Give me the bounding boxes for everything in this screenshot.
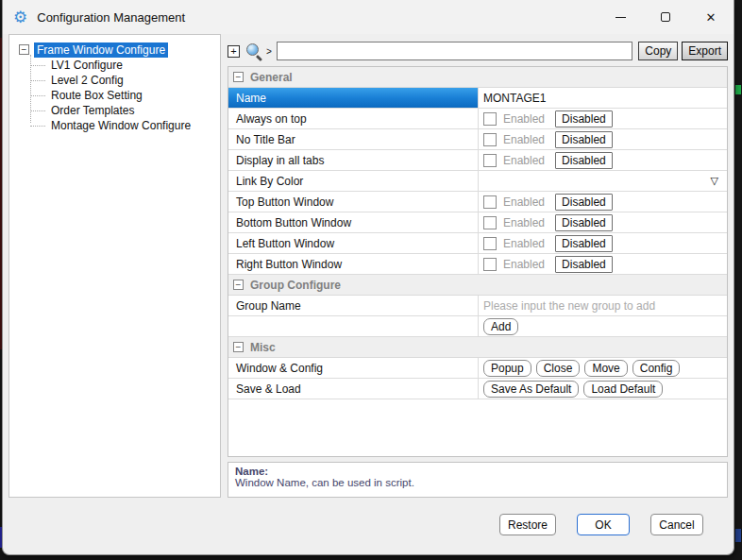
property-label-bottom-button-window[interactable]: Bottom Button Window — [228, 212, 478, 232]
tree-collapse-icon[interactable]: − — [19, 44, 29, 55]
display-in-all-tabs-enabled-checkbox[interactable] — [483, 154, 497, 167]
copy-button[interactable]: Copy — [638, 42, 678, 60]
add-button[interactable]: Add — [483, 318, 518, 335]
property-value-bottom-button-window: EnabledDisabled — [478, 212, 727, 232]
property-label-save-load[interactable]: Save & Load — [228, 379, 478, 399]
restore-button[interactable]: Restore — [499, 514, 556, 535]
name-value: MONTAGE1 — [483, 92, 546, 105]
link-by-color-dropdown-icon[interactable]: ▽ — [711, 176, 718, 186]
expand-all-icon[interactable]: + — [228, 45, 240, 58]
maximize-button[interactable] — [643, 0, 688, 34]
search-icon[interactable] — [245, 42, 263, 60]
window-controls: ✕ — [598, 0, 734, 34]
property-value-left-button-window: EnabledDisabled — [478, 233, 727, 253]
property-label-left-button-window[interactable]: Left Button Window — [228, 233, 478, 253]
tree-item-route-box-setting[interactable]: Route Box Setting — [48, 88, 145, 103]
tree-root-row: −Frame Window Configure — [19, 42, 220, 58]
config-tree: −Frame Window ConfigureLV1 ConfigureLeve… — [8, 34, 221, 498]
property-row-right-button-window: Right Button WindowEnabledDisabled — [228, 254, 727, 275]
section-collapse-icon[interactable]: − — [233, 342, 244, 352]
tree-item-frame-window-configure[interactable]: Frame Window Configure — [34, 42, 168, 58]
load-default-button[interactable]: Load Default — [583, 381, 663, 398]
property-value-save-load: Save As DefaultLoad Default — [478, 379, 727, 399]
maximize-icon — [661, 12, 670, 22]
config-button[interactable]: Config — [632, 360, 681, 377]
property-label-window-config[interactable]: Window & Config — [228, 358, 478, 378]
tree-item-lv1-configure[interactable]: LV1 Configure — [48, 58, 126, 73]
right-button-window-disabled-button[interactable]: Disabled — [555, 256, 613, 273]
title-bar[interactable]: ⚙ Configuration Management ✕ — [3, 0, 734, 34]
move-button[interactable]: Move — [584, 360, 627, 377]
help-panel: Name: Window Name, can be used in script… — [228, 462, 728, 498]
bottom-button-window-enabled-checkbox[interactable] — [483, 216, 497, 229]
search-input[interactable] — [277, 42, 632, 60]
property-label-no-title-bar[interactable]: No Title Bar — [228, 129, 478, 149]
property-label-blank[interactable] — [228, 316, 478, 336]
tree-item-montage-window-configure[interactable]: Montage Window Configure — [48, 118, 194, 133]
search-toolbar: + > Copy Export — [228, 41, 728, 61]
close-button[interactable]: ✕ — [688, 0, 734, 34]
always-on-top-enabled-checkbox[interactable] — [483, 112, 497, 126]
tree-item-row: Montage Window Configure — [30, 118, 220, 133]
property-value-no-title-bar: EnabledDisabled — [478, 129, 727, 149]
bottom-button-window-disabled-button[interactable]: Disabled — [555, 214, 613, 231]
tree-item-level-2-config[interactable]: Level 2 Config — [48, 73, 126, 88]
top-button-window-enabled-label: Enabled — [503, 195, 545, 209]
section-title-misc: Misc — [250, 341, 276, 354]
tree-guide-line — [30, 110, 45, 111]
ok-button[interactable]: OK — [577, 514, 630, 535]
always-on-top-disabled-button[interactable]: Disabled — [555, 110, 613, 127]
property-value-top-button-window: EnabledDisabled — [478, 192, 727, 212]
property-grid: −GeneralNameMONTAGE1Always on topEnabled… — [228, 66, 728, 457]
right-button-window-enabled-checkbox[interactable] — [483, 258, 497, 271]
property-panel: + > Copy Export −GeneralNameMONTAGE1Alwa… — [228, 34, 728, 498]
export-button[interactable]: Export — [682, 42, 728, 60]
section-collapse-icon[interactable]: − — [233, 280, 244, 290]
tree-item-row: LV1 Configure — [30, 58, 220, 73]
property-label-display-in-all-tabs[interactable]: Display in all tabs — [228, 150, 478, 170]
property-label-always-on-top[interactable]: Always on top — [228, 109, 478, 128]
always-on-top-enabled-label: Enabled — [503, 112, 545, 126]
top-button-window-enabled-checkbox[interactable] — [483, 195, 497, 209]
property-label-top-button-window[interactable]: Top Button Window — [228, 192, 478, 212]
save-as-default-button[interactable]: Save As Default — [483, 381, 579, 398]
left-button-window-enabled-checkbox[interactable] — [483, 237, 497, 250]
popup-button[interactable]: Popup — [483, 360, 531, 377]
search-prompt: > — [266, 46, 272, 57]
property-value-blank: Add — [478, 316, 727, 336]
tree-guide-line — [30, 126, 45, 127]
section-collapse-icon[interactable]: − — [233, 72, 244, 82]
property-row-left-button-window: Left Button WindowEnabledDisabled — [228, 233, 727, 254]
tree-item-row: Route Box Setting — [30, 88, 220, 103]
desktop-artifact — [735, 529, 741, 542]
section-title-group-configure: Group Configure — [250, 279, 341, 292]
property-label-right-button-window[interactable]: Right Button Window — [228, 254, 478, 274]
property-row-display-in-all-tabs: Display in all tabsEnabledDisabled — [228, 150, 727, 171]
property-row-no-title-bar: No Title BarEnabledDisabled — [228, 129, 727, 150]
close-button[interactable]: Close — [536, 360, 581, 377]
bottom-button-window-enabled-label: Enabled — [503, 216, 545, 229]
configuration-management-window: ⚙ Configuration Management ✕ −Frame Wind… — [2, 0, 734, 555]
section-header-group-configure[interactable]: −Group Configure — [228, 275, 727, 296]
section-header-general[interactable]: −General — [228, 67, 727, 88]
section-header-misc[interactable]: −Misc — [228, 337, 727, 358]
tree-item-order-templates[interactable]: Order Templates — [48, 103, 137, 118]
help-title: Name: — [235, 466, 720, 477]
window-title: Configuration Management — [37, 10, 185, 25]
tree-guide-line — [30, 80, 45, 81]
property-value-name: MONTAGE1 — [478, 88, 727, 108]
section-title-general: General — [250, 71, 293, 84]
left-button-window-disabled-button[interactable]: Disabled — [555, 235, 613, 252]
no-title-bar-disabled-button[interactable]: Disabled — [555, 131, 613, 148]
minimize-button[interactable] — [598, 0, 643, 34]
property-label-name[interactable]: Name — [228, 88, 478, 108]
property-label-link-by-color[interactable]: Link By Color — [228, 171, 478, 191]
top-button-window-disabled-button[interactable]: Disabled — [555, 194, 613, 211]
cancel-button[interactable]: Cancel — [650, 514, 703, 535]
group-name-input[interactable] — [483, 296, 727, 315]
property-value-right-button-window: EnabledDisabled — [478, 254, 727, 274]
display-in-all-tabs-disabled-button[interactable]: Disabled — [555, 152, 613, 169]
no-title-bar-enabled-checkbox[interactable] — [483, 133, 497, 146]
property-value-link-by-color: ▽ — [478, 171, 727, 191]
property-label-group-name[interactable]: Group Name — [228, 296, 478, 315]
